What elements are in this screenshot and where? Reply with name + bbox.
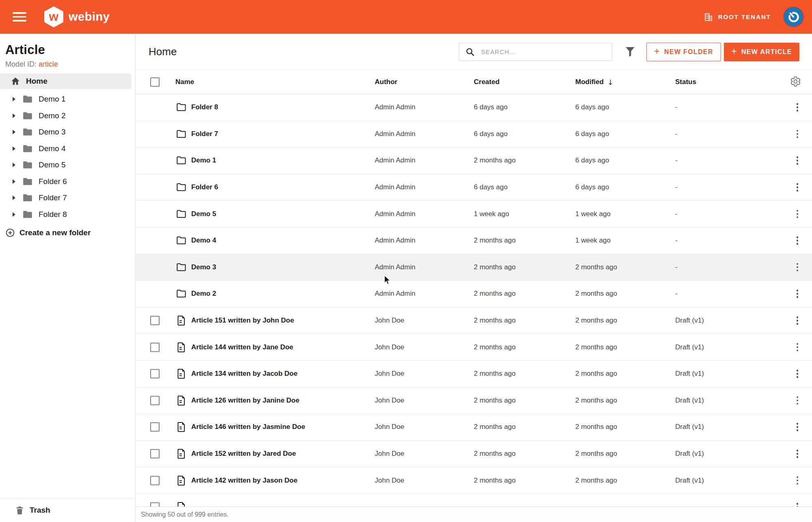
row-menu-button[interactable] (795, 341, 800, 353)
search-input[interactable] (480, 48, 602, 56)
chevron-right-icon (12, 162, 16, 167)
table-row[interactable]: Folder 6 Admin Admin 6 days ago 6 days a… (136, 174, 812, 201)
sidebar-folder-label: Demo 2 (39, 111, 66, 120)
sidebar-item-folder-8[interactable]: Folder 8 (0, 206, 135, 223)
user-avatar-button[interactable] (784, 7, 803, 26)
file-text-icon (176, 395, 187, 406)
sidebar-item-demo-5[interactable]: Demo 5 (0, 157, 135, 173)
table-row[interactable]: Demo 2 Admin Admin 2 months ago 2 months… (136, 281, 812, 308)
column-header-name[interactable]: Name (175, 78, 194, 86)
row-checkbox[interactable] (150, 503, 160, 507)
table-row[interactable]: Article 144 written by Jane Doe John Doe… (136, 334, 812, 361)
column-header-created[interactable]: Created (474, 78, 499, 86)
building-icon (704, 12, 713, 22)
new-article-label: NEW ARTICLE (741, 48, 792, 56)
row-modified: 1 week ago (575, 236, 611, 245)
row-name: Article 144 written by Jane Doe (191, 343, 293, 351)
row-checkbox[interactable] (150, 396, 160, 405)
table-row[interactable]: Article 126 written by Janine Doe John D… (136, 388, 812, 414)
row-checkbox[interactable] (150, 369, 160, 379)
column-settings-button[interactable] (790, 76, 801, 88)
row-menu-button[interactable] (795, 474, 800, 486)
row-modified: 2 months ago (575, 450, 617, 458)
row-name: Article 134 written by Jacob Doe (191, 370, 298, 378)
select-all-checkbox[interactable] (150, 77, 160, 87)
kebab-icon (797, 183, 799, 185)
row-created: 6 days ago (474, 183, 508, 191)
row-status: Draft (v1) (675, 477, 704, 485)
sidebar-item-demo-1[interactable]: Demo 1 (0, 91, 135, 108)
row-menu-button[interactable] (795, 315, 800, 327)
row-menu-button[interactable] (795, 182, 800, 193)
row-menu-button[interactable] (795, 155, 800, 167)
model-id: Model ID:article (5, 60, 130, 69)
row-menu-button[interactable] (795, 288, 800, 300)
table-row[interactable]: Article 134 written by Jacob Doe John Do… (136, 361, 812, 388)
new-folder-button[interactable]: + NEW FOLDER (646, 43, 721, 61)
chevron-right-icon (12, 195, 16, 200)
row-menu-button[interactable] (795, 501, 800, 507)
trash-button[interactable]: Trash (0, 498, 135, 522)
webiny-logo-icon: w (44, 6, 63, 28)
row-modified: 2 months ago (575, 290, 617, 298)
sidebar-folder-label: Demo 5 (39, 160, 66, 169)
row-checkbox[interactable] (150, 422, 160, 432)
row-checkbox[interactable] (150, 476, 160, 485)
row-menu-button[interactable] (795, 102, 800, 113)
kebab-icon (797, 156, 799, 158)
sidebar-item-folder-7[interactable]: Folder 7 (0, 190, 135, 206)
row-created: 2 months ago (474, 396, 516, 405)
row-checkbox[interactable] (150, 449, 160, 459)
sidebar-item-folder-6[interactable]: Folder 6 (0, 173, 135, 190)
table-row[interactable]: Demo 4 Admin Admin 2 months ago 1 week a… (136, 227, 812, 254)
row-name: Article 152 written by Jared Doe (191, 450, 296, 458)
column-header-author[interactable]: Author (375, 78, 397, 86)
sidebar-item-home[interactable]: Home (0, 74, 131, 89)
filter-button[interactable] (624, 45, 636, 58)
tenant-selector[interactable]: ROOT TENANT (701, 12, 773, 22)
row-created: 2 months ago (474, 370, 516, 378)
new-article-button[interactable]: + NEW ARTICLE (724, 43, 799, 61)
sidebar-folder-label: Demo 4 (39, 144, 66, 153)
sidebar-item-demo-2[interactable]: Demo 2 (0, 108, 135, 124)
row-menu-button[interactable] (795, 262, 800, 273)
plus-icon: + (654, 46, 660, 57)
webiny-logo[interactable]: w webiny (44, 6, 110, 28)
column-header-modified[interactable]: Modified ↓ (575, 78, 613, 86)
row-created: 2 months ago (474, 236, 516, 245)
row-menu-button[interactable] (795, 128, 800, 140)
column-header-status[interactable]: Status (675, 78, 696, 86)
sidebar-item-demo-4[interactable]: Demo 4 (0, 141, 135, 157)
table-row[interactable]: Demo 5 Admin Admin 1 week ago 1 week ago… (136, 201, 812, 227)
create-folder-button[interactable]: Create a new folder (0, 226, 91, 239)
row-author: John Doe (375, 396, 404, 405)
sidebar-folder-label: Demo 3 (39, 128, 66, 136)
table-row[interactable] (136, 494, 812, 507)
file-text-icon (176, 448, 187, 459)
row-menu-button[interactable] (795, 395, 800, 407)
row-checkbox[interactable] (150, 316, 160, 325)
table-row[interactable]: Folder 8 Admin Admin 6 days ago 6 days a… (136, 94, 812, 121)
kebab-icon (797, 316, 799, 318)
row-menu-button[interactable] (795, 448, 800, 460)
row-checkbox[interactable] (150, 342, 160, 352)
menu-button[interactable] (13, 11, 28, 23)
row-menu-button[interactable] (795, 368, 800, 380)
sidebar-item-demo-3[interactable]: Demo 3 (0, 124, 135, 141)
folder-icon (176, 235, 187, 246)
folder-tree: Demo 1 Demo 2 Demo 3 Demo 4 (0, 91, 135, 223)
kebab-icon (797, 290, 799, 292)
table-row[interactable]: Article 151 written by John Doe John Doe… (136, 308, 812, 334)
table-row[interactable]: Folder 7 Admin Admin 6 days ago 6 days a… (136, 121, 812, 148)
table-row[interactable]: Article 146 written by Jasmine Doe John … (136, 414, 812, 441)
table-row[interactable]: Demo 3 Admin Admin 2 months ago 2 months… (136, 254, 812, 281)
row-author: Admin Admin (375, 156, 415, 165)
row-menu-button[interactable] (795, 235, 800, 247)
table-row[interactable]: Article 152 written by Jared Doe John Do… (136, 441, 812, 468)
row-menu-button[interactable] (795, 208, 800, 220)
trash-icon (15, 506, 24, 515)
row-menu-button[interactable] (795, 421, 800, 433)
table-row[interactable]: Demo 1 Admin Admin 2 months ago 6 days a… (136, 147, 812, 174)
row-author: John Doe (375, 316, 404, 325)
table-row[interactable]: Article 142 written by Jason Doe John Do… (136, 467, 812, 494)
